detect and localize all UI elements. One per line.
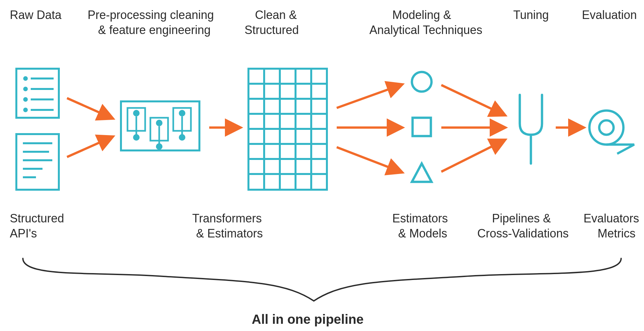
bottom-transformers-2: & Estimators: [196, 227, 263, 240]
pipeline-diagram: Raw Data Pre-processing cleaning & featu…: [0, 0, 644, 331]
bottom-transformers-1: Transformers: [192, 212, 262, 225]
svg-point-7: [24, 109, 27, 111]
bottom-evaluators-2: Metrics: [598, 227, 636, 240]
bottom-evaluators-1: Evaluators: [584, 212, 639, 225]
svg-point-27: [179, 134, 185, 141]
arrow-triangle-tuning: [441, 141, 503, 172]
arrow-raw-top: [67, 98, 111, 118]
svg-point-45: [599, 120, 614, 135]
diagram-svg: Raw Data Pre-processing cleaning & featu…: [0, 0, 644, 331]
label-preprocessing-2: & feature engineering: [98, 23, 211, 37]
svg-point-3: [24, 88, 27, 90]
svg-point-17: [133, 110, 140, 116]
svg-rect-41: [413, 118, 431, 136]
tuning-fork-icon: [520, 95, 542, 164]
arrow-raw-bottom: [67, 137, 111, 157]
svg-point-25: [179, 110, 185, 116]
label-tuning: Tuning: [513, 8, 549, 22]
bottom-pipelines-2: Cross-Validations: [477, 227, 568, 240]
svg-point-5: [24, 98, 27, 101]
svg-point-23: [156, 143, 162, 150]
arrow-circle-tuning: [441, 85, 503, 114]
modeling-shapes-icon: [412, 72, 432, 182]
arrow-grid-triangle: [337, 147, 400, 172]
footer-label: All in one pipeline: [252, 312, 364, 326]
bottom-estimators-2: & Models: [398, 227, 447, 240]
preprocessing-icon: [121, 101, 199, 150]
bottom-structured-1: Structured: [10, 212, 64, 225]
raw-data-icon: [16, 69, 59, 190]
bottom-pipelines-1: Pipelines &: [492, 212, 551, 225]
arrow-grid-circle: [337, 85, 400, 108]
bottom-structured-2: API's: [10, 227, 37, 240]
label-clean-1: Clean &: [255, 8, 297, 22]
label-clean-2: Structured: [245, 23, 299, 37]
svg-point-40: [412, 72, 432, 92]
svg-point-19: [133, 134, 140, 141]
svg-point-21: [156, 120, 162, 126]
svg-point-44: [589, 111, 623, 145]
svg-point-1: [24, 77, 27, 80]
label-modeling-2: Analytical Techniques: [369, 23, 483, 37]
label-evaluation: Evaluation: [582, 8, 637, 22]
label-raw-data: Raw Data: [10, 8, 62, 22]
bottom-estimators-1: Estimators: [392, 212, 448, 225]
structured-grid-icon: [248, 69, 327, 190]
svg-marker-42: [412, 164, 432, 182]
curly-brace: [23, 258, 621, 301]
label-modeling-1: Modeling &: [392, 8, 451, 22]
evaluation-tape-icon: [589, 111, 634, 154]
label-preprocessing-1: Pre-processing cleaning: [88, 8, 214, 22]
